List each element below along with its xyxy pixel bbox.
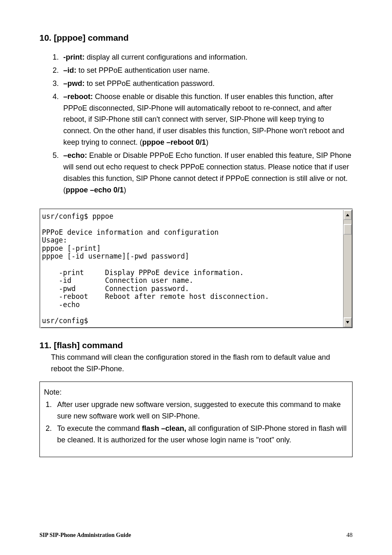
page-footer: SIP SIP-Phone Administration Guide 48 (39, 532, 353, 539)
option-desc: Choose enable or disable this function. … (63, 92, 344, 147)
terminal-output: usr/config$ pppoe PPPoE device informati… (41, 210, 343, 328)
option-term: -print: (63, 53, 85, 61)
chevron-up-icon (346, 213, 349, 217)
page: 10. [pppoe] command -print: display all … (0, 0, 392, 555)
list-item: After user upgrade new software version,… (54, 399, 348, 422)
note-title: Note: (44, 387, 348, 398)
pppoe-list: -print: display all current configuratio… (39, 52, 353, 196)
option-tail: ) (206, 138, 208, 146)
flash-heading: 11. [flash] command (39, 340, 353, 350)
scrollbar-track[interactable] (344, 220, 352, 318)
list-item: –echo: Enable or Disable PPPoE Echo func… (61, 150, 353, 196)
option-term: –pwd: (63, 79, 85, 88)
option-desc: to set PPPoE authentication password. (85, 79, 214, 88)
option-term: –reboot: (63, 92, 93, 101)
list-item: -print: display all current configuratio… (61, 52, 353, 63)
note-item-cmd: flash –clean, (142, 424, 186, 432)
option-term: –echo: (63, 151, 87, 160)
terminal-inner: usr/config$ pppoe PPPoE device informati… (40, 209, 353, 328)
note-item-text: To execute the command (57, 424, 142, 432)
note-list: After user upgrade new software version,… (44, 399, 348, 446)
list-item: –reboot: Choose enable or disable this f… (61, 91, 353, 148)
option-desc: to set PPPoE authentication user name. (76, 66, 210, 74)
option-cmd: pppoe –echo 0/1 (66, 186, 124, 194)
scrollbar-thumb[interactable] (344, 224, 352, 235)
page-number: 48 (346, 532, 353, 539)
option-cmd: pppoe –reboot 0/1 (142, 138, 206, 146)
option-desc: Enable or Disable PPPoE Echo function. I… (63, 151, 351, 194)
list-item: –pwd: to set PPPoE authentication passwo… (61, 78, 353, 90)
svg-marker-0 (346, 214, 349, 216)
note-item-text: After user upgrade new software version,… (57, 400, 341, 420)
terminal-window: usr/config$ pppoe PPPoE device informati… (39, 208, 353, 328)
option-term: –id: (63, 66, 76, 74)
note-box: Note: After user upgrade new software ve… (39, 382, 353, 457)
pppoe-heading: 10. [pppoe] command (39, 33, 353, 43)
svg-marker-1 (346, 321, 349, 324)
list-item: To execute the command flash –clean, all… (54, 423, 348, 446)
scroll-down-button[interactable] (344, 317, 352, 327)
scroll-up-button[interactable] (344, 210, 352, 220)
option-tail: ) (124, 186, 126, 194)
footer-title: SIP SIP-Phone Administration Guide (39, 532, 131, 539)
list-item: –id: to set PPPoE authentication user na… (61, 65, 353, 76)
flash-intro: This command will clean the configuratio… (51, 352, 353, 375)
chevron-down-icon (346, 321, 349, 324)
option-desc: display all current configurations and i… (85, 53, 247, 61)
vertical-scrollbar[interactable] (343, 210, 352, 328)
